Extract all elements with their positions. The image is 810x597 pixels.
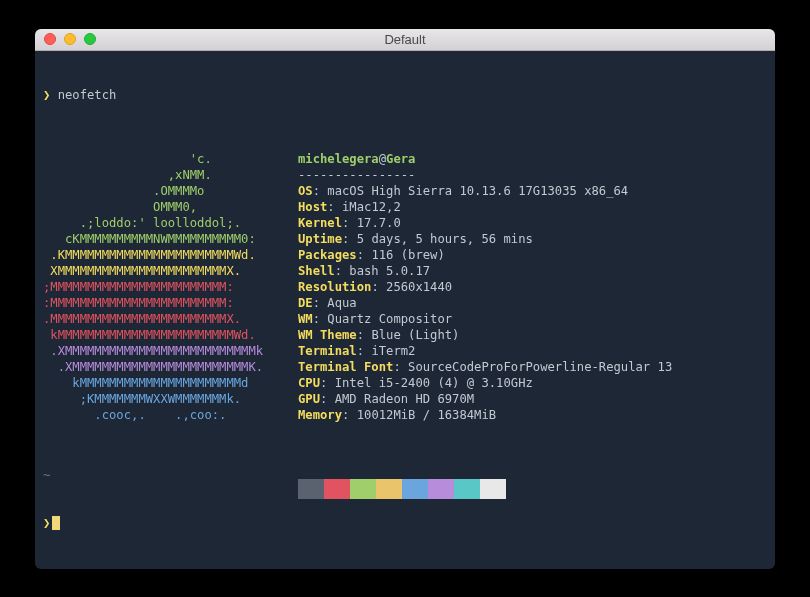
prompt-symbol: ❯ <box>43 88 50 102</box>
ascii-logo-line: .XMMMMMMMMMMMMMMMMMMMMMMMMK. <box>43 359 298 375</box>
prompt-line-2: ❯ <box>43 515 767 531</box>
command-text: neofetch <box>58 88 117 102</box>
info-line: michelegera@Gera <box>298 151 767 167</box>
output-row: :MMMMMMMMMMMMMMMMMMMMMMMM: DE: Aqua <box>43 295 767 311</box>
info-line: Kernel: 17.7.0 <box>298 215 767 231</box>
info-label: DE <box>298 296 313 310</box>
neofetch-output: 'c. michelegera@Gera ,xNMM. ------------… <box>43 151 767 423</box>
info-label: WM Theme <box>298 328 357 342</box>
titlebar[interactable]: Default <box>35 29 775 51</box>
info-label: OS <box>298 184 313 198</box>
ascii-logo-line: .;loddo:' loolloddol;. <box>43 215 298 231</box>
output-row: OMMM0, Host: iMac12,2 <box>43 199 767 215</box>
info-label: Shell <box>298 264 335 278</box>
prompt-line: ❯ neofetch <box>43 87 767 103</box>
info-line: GPU: AMD Radeon HD 6970M <box>298 391 767 407</box>
output-row: .XMMMMMMMMMMMMMMMMMMMMMMMMK.Terminal Fon… <box>43 359 767 375</box>
username: michelegera <box>298 152 379 166</box>
tilde-line: ~ <box>43 467 767 483</box>
info-label: Memory <box>298 408 342 422</box>
output-row: .MMMMMMMMMMMMMMMMMMMMMMMMX. WM: Quartz C… <box>43 311 767 327</box>
ascii-logo-line: :MMMMMMMMMMMMMMMMMMMMMMMM: <box>43 295 298 311</box>
info-line: DE: Aqua <box>298 295 767 311</box>
window-title: Default <box>35 32 775 47</box>
minimize-icon[interactable] <box>64 33 76 45</box>
info-label: CPU <box>298 376 320 390</box>
prompt-symbol-2: ❯ <box>43 516 50 530</box>
ascii-logo-line: kMMMMMMMMMMMMMMMMMMMMMMd <box>43 375 298 391</box>
info-label: Terminal Font <box>298 360 393 374</box>
info-label: Kernel <box>298 216 342 230</box>
ascii-logo-line: .XMMMMMMMMMMMMMMMMMMMMMMMMMMk <box>43 343 298 359</box>
output-row: .;loddo:' loolloddol;. Kernel: 17.7.0 <box>43 215 767 231</box>
cursor <box>52 516 60 530</box>
info-label: Terminal <box>298 344 357 358</box>
info-label: WM <box>298 312 313 326</box>
output-row: cKMMMMMMMMMMNWMMMMMMMMMM0: Uptime: 5 day… <box>43 231 767 247</box>
info-line: OS: macOS High Sierra 10.13.6 17G13035 x… <box>298 183 767 199</box>
output-row: ;MMMMMMMMMMMMMMMMMMMMMMMM: Resolution: 2… <box>43 279 767 295</box>
ascii-logo-line: cKMMMMMMMMMMNWMMMMMMMMMM0: <box>43 231 298 247</box>
info-line: Packages: 116 (brew) <box>298 247 767 263</box>
output-row: ,xNMM. ---------------- <box>43 167 767 183</box>
separator: ---------------- <box>298 168 415 182</box>
ascii-logo-line: kMMMMMMMMMMMMMMMMMMMMMMMMWd. <box>43 327 298 343</box>
zoom-icon[interactable] <box>84 33 96 45</box>
ascii-logo-line: .KMMMMMMMMMMMMMMMMMMMMMMMWd. <box>43 247 298 263</box>
close-icon[interactable] <box>44 33 56 45</box>
info-label: Uptime <box>298 232 342 246</box>
ascii-logo-line: XMMMMMMMMMMMMMMMMMMMMMMMX. <box>43 263 298 279</box>
output-row: .XMMMMMMMMMMMMMMMMMMMMMMMMMMkTerminal: i… <box>43 343 767 359</box>
terminal-body[interactable]: ❯ neofetch 'c. michelegera@Gera ,xNMM. -… <box>35 51 775 569</box>
output-row: .OMMMMo OS: macOS High Sierra 10.13.6 17… <box>43 183 767 199</box>
output-row: .cooc,. .,coo:. Memory: 10012MiB / 16384… <box>43 407 767 423</box>
info-line: Uptime: 5 days, 5 hours, 56 mins <box>298 231 767 247</box>
info-label: Host <box>298 200 327 214</box>
ascii-logo-line: .MMMMMMMMMMMMMMMMMMMMMMMMX. <box>43 311 298 327</box>
output-row: .KMMMMMMMMMMMMMMMMMMMMMMMWd. Packages: 1… <box>43 247 767 263</box>
output-row: kMMMMMMMMMMMMMMMMMMMMMMMMWd. WM Theme: B… <box>43 327 767 343</box>
info-line: Terminal: iTerm2 <box>298 343 767 359</box>
output-row: XMMMMMMMMMMMMMMMMMMMMMMMX. Shell: bash 5… <box>43 263 767 279</box>
ascii-logo-line: ;MMMMMMMMMMMMMMMMMMMMMMMM: <box>43 279 298 295</box>
info-line: WM Theme: Blue (Light) <box>298 327 767 343</box>
output-row: kMMMMMMMMMMMMMMMMMMMMMMd CPU: Intel i5-2… <box>43 375 767 391</box>
ascii-logo-line: ;KMMMMMMMWXXWMMMMMMMk. <box>43 391 298 407</box>
info-label: GPU <box>298 392 320 406</box>
ascii-logo-line: ,xNMM. <box>43 167 298 183</box>
traffic-lights <box>35 33 96 45</box>
output-row: 'c. michelegera@Gera <box>43 151 767 167</box>
info-line: Memory: 10012MiB / 16384MiB <box>298 407 767 423</box>
info-line: CPU: Intel i5-2400 (4) @ 3.10GHz <box>298 375 767 391</box>
ascii-logo-line: .cooc,. .,coo:. <box>43 407 298 423</box>
terminal-window: Default ❯ neofetch 'c. michelegera@Gera … <box>35 29 775 569</box>
info-line: Host: iMac12,2 <box>298 199 767 215</box>
output-row: ;KMMMMMMMWXXWMMMMMMMk. GPU: AMD Radeon H… <box>43 391 767 407</box>
info-label: Packages <box>298 248 357 262</box>
info-line: Terminal Font: SourceCodeProForPowerline… <box>298 359 767 375</box>
ascii-logo-line: .OMMMMo <box>43 183 298 199</box>
hostname: Gera <box>386 152 415 166</box>
info-label: Resolution <box>298 280 371 294</box>
info-line: Resolution: 2560x1440 <box>298 279 767 295</box>
ascii-logo-line: OMMM0, <box>43 199 298 215</box>
info-line: ---------------- <box>298 167 767 183</box>
info-line: Shell: bash 5.0.17 <box>298 263 767 279</box>
info-line: WM: Quartz Compositor <box>298 311 767 327</box>
ascii-logo-line: 'c. <box>43 151 298 167</box>
